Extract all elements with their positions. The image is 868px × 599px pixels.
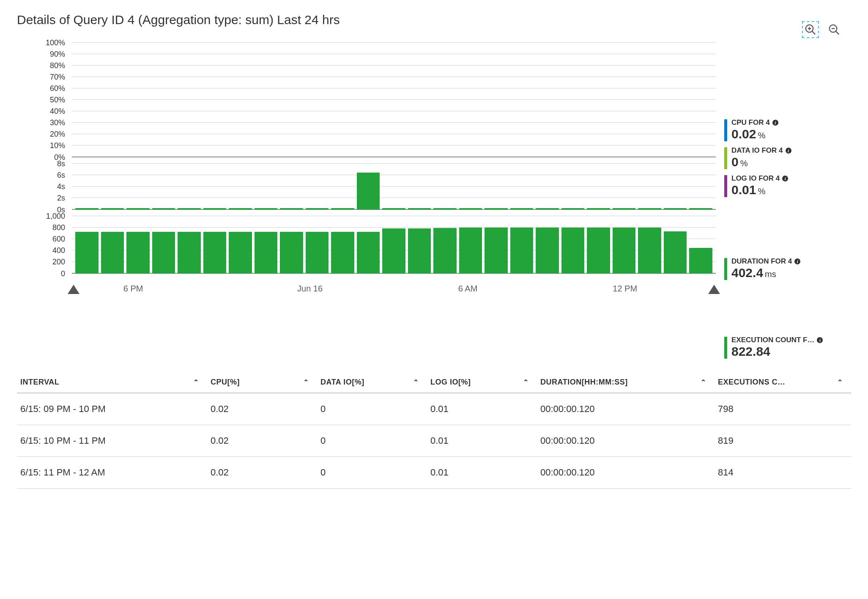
- execution-bar[interactable]: [255, 232, 278, 274]
- x-tick-label: Jun 16: [297, 284, 323, 294]
- duration-bar[interactable]: [255, 208, 278, 210]
- y-tick-label: 100%: [46, 38, 72, 47]
- info-icon[interactable]: i: [817, 337, 823, 343]
- legend-item[interactable]: EXECUTION COUNT F…i822.84: [724, 336, 851, 359]
- table-row[interactable]: 6/15: 10 PM - 11 PM0.0200.0100:00:00.120…: [17, 425, 851, 457]
- y-tick-label: 200: [52, 258, 72, 267]
- table-cell: 814: [715, 467, 851, 478]
- y-tick-label: 80%: [50, 61, 72, 70]
- execution-bar[interactable]: [101, 232, 124, 274]
- y-tick-label: 600: [52, 235, 72, 244]
- duration-bar[interactable]: [664, 208, 687, 210]
- table-cell: 819: [715, 435, 851, 446]
- duration-bar[interactable]: [536, 208, 559, 210]
- table-cell: 00:00:00.120: [537, 467, 715, 478]
- execution-bar[interactable]: [433, 228, 457, 274]
- y-tick-label: 60%: [50, 84, 72, 93]
- duration-bar[interactable]: [510, 208, 534, 210]
- duration-bar[interactable]: [203, 208, 227, 210]
- execution-bar[interactable]: [561, 228, 585, 274]
- legend-color-swatch: [724, 175, 727, 197]
- info-icon[interactable]: i: [794, 258, 800, 264]
- duration-bar[interactable]: [485, 208, 508, 210]
- legend-label: EXECUTION COUNT F…i: [731, 336, 851, 344]
- table-cell: 00:00:00.120: [537, 404, 715, 415]
- y-tick-label: 90%: [50, 50, 72, 59]
- duration-bar[interactable]: [306, 208, 329, 210]
- duration-bar[interactable]: [152, 208, 175, 210]
- duration-bar[interactable]: [382, 208, 405, 210]
- execution-bar[interactable]: [357, 232, 380, 274]
- x-tick-label: 6 PM: [123, 284, 143, 294]
- execution-bar[interactable]: [587, 228, 610, 274]
- duration-bar[interactable]: [357, 173, 380, 210]
- execution-bar[interactable]: [664, 231, 687, 274]
- sort-caret-icon: ⌃: [523, 378, 529, 386]
- execution-bar[interactable]: [126, 232, 150, 274]
- execution-bar[interactable]: [75, 232, 99, 274]
- legend-item[interactable]: DURATION FOR 4i402.4ms: [724, 257, 851, 280]
- zoom-out-button[interactable]: [826, 21, 843, 38]
- duration-bar[interactable]: [408, 208, 431, 210]
- duration-bar[interactable]: [433, 208, 457, 210]
- execution-bar[interactable]: [331, 232, 354, 274]
- duration-bar[interactable]: [561, 208, 585, 210]
- col-logio[interactable]: LOG IO[%]⌃: [427, 378, 537, 387]
- table-row[interactable]: 6/15: 11 PM - 12 AM0.0200.0100:00:00.120…: [17, 457, 851, 489]
- execution-bar[interactable]: [510, 228, 534, 274]
- y-tick-label: 800: [52, 223, 72, 232]
- col-dataio[interactable]: DATA IO[%]⌃: [317, 378, 427, 387]
- execution-bar[interactable]: [229, 232, 252, 274]
- y-tick-label: 1,000: [46, 212, 72, 221]
- chart-execution-count: 1,0008006004002000: [72, 216, 716, 274]
- execution-bar[interactable]: [485, 228, 508, 274]
- chart-legend: CPU FOR 4i0.02%DATA IO FOR 4i0%LOG IO FO…: [724, 42, 851, 359]
- execution-bar[interactable]: [203, 232, 227, 274]
- duration-bar[interactable]: [280, 208, 303, 210]
- page-title: Details of Query ID 4 (Aggregation type:…: [17, 13, 340, 27]
- chart-percentage: 100%90%80%70%60%50%40%30%20%10%0%: [72, 42, 716, 157]
- execution-bar[interactable]: [178, 232, 201, 274]
- execution-bar[interactable]: [152, 232, 175, 274]
- col-duration[interactable]: DURATION[HH:MM:SS]⌃: [537, 378, 715, 387]
- execution-bar[interactable]: [459, 228, 482, 274]
- execution-bar[interactable]: [382, 228, 405, 274]
- execution-bar[interactable]: [280, 232, 303, 274]
- legend-color-swatch: [724, 337, 727, 359]
- duration-bar[interactable]: [331, 208, 354, 210]
- col-cpu[interactable]: CPU[%]⌃: [207, 378, 317, 387]
- execution-bar[interactable]: [536, 228, 559, 274]
- zoom-in-button[interactable]: [802, 21, 819, 38]
- legend-label: DURATION FOR 4i: [731, 257, 851, 266]
- duration-bar[interactable]: [229, 208, 252, 210]
- duration-bar[interactable]: [178, 208, 201, 210]
- duration-bar[interactable]: [613, 208, 636, 210]
- col-interval[interactable]: INTERVAL⌃: [17, 378, 207, 387]
- sort-caret-icon: ⌃: [303, 378, 309, 386]
- execution-bar[interactable]: [306, 232, 329, 274]
- duration-bar[interactable]: [638, 208, 661, 210]
- info-icon[interactable]: i: [782, 176, 788, 181]
- duration-bar[interactable]: [101, 208, 124, 210]
- duration-bar[interactable]: [459, 208, 482, 210]
- col-executions[interactable]: EXECUTIONS C…⌃: [715, 378, 851, 387]
- info-icon[interactable]: i: [786, 148, 791, 154]
- duration-bar[interactable]: [75, 208, 99, 210]
- legend-item[interactable]: DATA IO FOR 4i0%: [724, 146, 851, 169]
- sort-caret-icon: ⌃: [701, 378, 706, 386]
- duration-bar[interactable]: [126, 208, 150, 210]
- execution-bar[interactable]: [408, 228, 431, 274]
- legend-item[interactable]: CPU FOR 4i0.02%: [724, 118, 851, 141]
- execution-bar[interactable]: [613, 228, 636, 274]
- duration-bar[interactable]: [689, 208, 712, 210]
- table-row[interactable]: 6/15: 09 PM - 10 PM0.0200.0100:00:00.120…: [17, 393, 851, 425]
- execution-bar[interactable]: [638, 228, 661, 274]
- legend-label: CPU FOR 4i: [731, 118, 851, 127]
- execution-bar[interactable]: [689, 248, 712, 274]
- info-icon[interactable]: i: [772, 120, 778, 126]
- range-handle-right-icon[interactable]: [708, 285, 720, 294]
- table-cell: 0.02: [207, 467, 317, 478]
- range-handle-left-icon[interactable]: [68, 285, 79, 294]
- duration-bar[interactable]: [587, 208, 610, 210]
- legend-item[interactable]: LOG IO FOR 4i0.01%: [724, 174, 851, 197]
